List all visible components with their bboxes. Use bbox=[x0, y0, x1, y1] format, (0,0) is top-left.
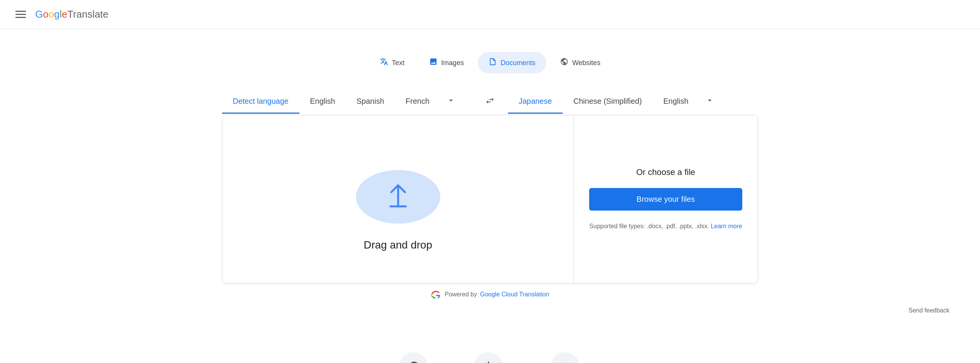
translate-box: Drag and drop Or choose a file Browse yo… bbox=[222, 115, 758, 283]
learn-more-link[interactable]: Learn more bbox=[711, 223, 742, 229]
documents-icon bbox=[488, 57, 497, 68]
images-icon bbox=[429, 57, 438, 68]
header: Google Translate bbox=[0, 0, 980, 29]
saved-icon-circle bbox=[474, 352, 503, 363]
source-lang-detect[interactable]: Detect language bbox=[222, 90, 299, 114]
target-lang-english[interactable]: English bbox=[653, 90, 699, 114]
google-cloud-icon bbox=[431, 290, 441, 299]
swap-languages-button[interactable] bbox=[480, 90, 500, 113]
tab-images-label: Images bbox=[441, 59, 464, 67]
cloud-upload-icon bbox=[348, 147, 448, 224]
text-icon bbox=[380, 57, 388, 68]
source-lang-english[interactable]: English bbox=[299, 90, 346, 114]
tab-documents-label: Documents bbox=[501, 59, 536, 67]
browse-files-button[interactable]: Browse your files bbox=[589, 188, 742, 211]
tab-text[interactable]: Text bbox=[369, 52, 415, 74]
svg-point-2 bbox=[394, 175, 433, 207]
supported-formats-text: Supported file types: .docx, .pdf, .pptx… bbox=[589, 221, 742, 231]
contribute-icon-circle bbox=[550, 352, 580, 363]
mode-tabs: Text Images Documents Websites bbox=[369, 52, 611, 74]
tab-websites-label: Websites bbox=[572, 59, 601, 67]
google-cloud-translation-link[interactable]: Google Cloud Translation bbox=[480, 291, 549, 298]
tab-documents[interactable]: Documents bbox=[478, 52, 546, 74]
target-lang-group: Japanese Chinese (Simplified) English bbox=[508, 89, 758, 115]
source-lang-more[interactable] bbox=[440, 89, 462, 115]
nav-saved[interactable]: Saved bbox=[474, 352, 503, 363]
supported-formats-label: Supported file types: .docx, .pdf, .pptx… bbox=[589, 223, 709, 229]
logo-text: Google bbox=[35, 8, 67, 20]
contribute-icon bbox=[558, 360, 572, 363]
logo-translate-text: Translate bbox=[67, 8, 108, 20]
powered-by-label: Powered by bbox=[444, 291, 477, 298]
target-lang-more[interactable] bbox=[699, 89, 720, 115]
history-icon bbox=[407, 360, 420, 363]
main-content: Text Images Documents Websites Detect la… bbox=[0, 29, 980, 363]
right-panel: Or choose a file Browse your files Suppo… bbox=[574, 115, 758, 283]
language-bar: Detect language English Spanish French J… bbox=[222, 89, 758, 115]
drop-zone[interactable]: Drag and drop bbox=[222, 115, 574, 283]
tab-text-label: Text bbox=[392, 59, 405, 67]
tab-images[interactable]: Images bbox=[418, 52, 475, 74]
target-lang-japanese[interactable]: Japanese bbox=[508, 90, 563, 114]
saved-icon bbox=[482, 360, 495, 363]
history-icon-circle bbox=[399, 352, 428, 363]
source-lang-french[interactable]: French bbox=[395, 90, 440, 114]
websites-icon bbox=[560, 57, 568, 68]
source-lang-spanish[interactable]: Spanish bbox=[346, 90, 395, 114]
source-lang-group: Detect language English Spanish French bbox=[222, 89, 472, 115]
logo: Google Translate bbox=[35, 8, 108, 20]
powered-by-row: Powered by Google Cloud Translation bbox=[222, 283, 758, 302]
svg-point-1 bbox=[358, 176, 400, 210]
bottom-nav: History Saved Contribute bbox=[399, 352, 581, 363]
nav-history[interactable]: History bbox=[399, 352, 428, 363]
drag-drop-label: Drag and drop bbox=[364, 239, 432, 251]
target-lang-chinese[interactable]: Chinese (Simplified) bbox=[563, 90, 653, 114]
nav-contribute[interactable]: Contribute bbox=[549, 352, 581, 363]
send-feedback-row: Send feedback bbox=[0, 302, 980, 314]
send-feedback-button[interactable]: Send feedback bbox=[908, 307, 949, 314]
hamburger-menu[interactable] bbox=[15, 11, 26, 18]
tab-websites[interactable]: Websites bbox=[549, 52, 611, 74]
choose-file-label: Or choose a file bbox=[636, 167, 695, 177]
